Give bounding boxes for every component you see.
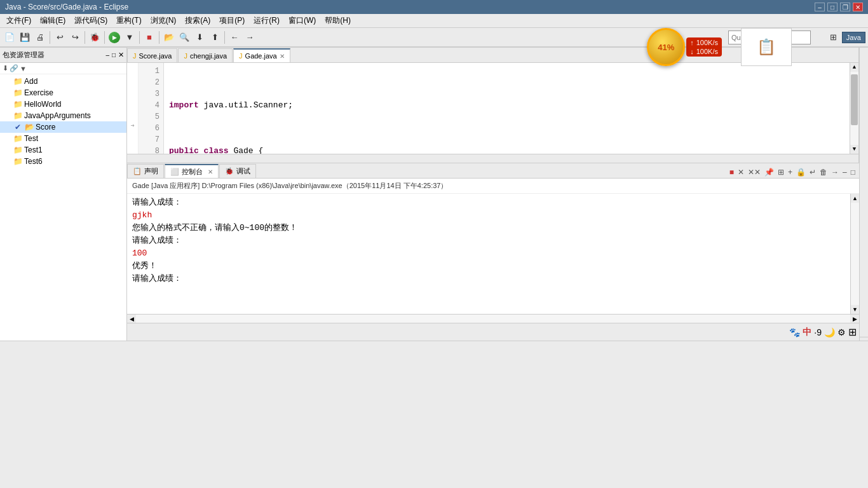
ime-icon-5[interactable]: ⚙: [837, 327, 846, 337]
tree-item-add[interactable]: 📁 Add: [0, 76, 126, 87]
maximize-button[interactable]: □: [827, 3, 837, 11]
tab-score-java[interactable]: J Score.java: [127, 48, 177, 62]
minimize-panel-btn[interactable]: –: [841, 166, 848, 178]
close-panel-icon[interactable]: ✕: [118, 51, 124, 59]
code-line-2: import java.util.Scanner;: [169, 100, 844, 111]
tree-item-score[interactable]: ✔ 📂 Score: [0, 121, 126, 133]
console-hscrollbar[interactable]: ◀ ▶: [127, 314, 859, 323]
goto-line-button[interactable]: →: [830, 166, 840, 178]
pkg-menu-icon[interactable]: ▼: [20, 65, 27, 72]
title-text: Java - Score/src/Gade.java - Eclipse: [5, 3, 128, 11]
gutter-8: [127, 143, 138, 154]
menu-help[interactable]: 帮助(H): [321, 14, 355, 27]
stop-button[interactable]: ■: [142, 30, 156, 44]
title-bar: Java - Score/src/Gade.java - Eclipse – □…: [0, 0, 868, 14]
tree-item-test6[interactable]: 📁 Test6: [0, 156, 126, 167]
menu-window[interactable]: 窗口(W): [285, 14, 320, 27]
upload-arrow: ↑: [690, 39, 694, 46]
search-button[interactable]: 🔍: [177, 30, 191, 44]
open-console-button[interactable]: ⊞: [776, 166, 785, 178]
undo-button[interactable]: ↩: [53, 30, 67, 44]
vscroll-down-btn[interactable]: ▼: [850, 145, 858, 154]
menu-source[interactable]: 源代码(S): [71, 14, 111, 27]
minimize-button[interactable]: –: [815, 3, 825, 11]
tree-item-javaapp[interactable]: 📁 JavaAppArguments: [0, 110, 126, 121]
back-button[interactable]: ←: [227, 30, 241, 44]
maximize-panel-btn[interactable]: □: [850, 166, 857, 178]
run-button[interactable]: ▶: [107, 30, 121, 44]
java-perspective-button[interactable]: Java: [842, 32, 865, 43]
tree-item-exercise[interactable]: 📁 Exercise: [0, 87, 126, 98]
link-editor-icon[interactable]: 🔗: [10, 64, 18, 72]
ime-icon-2[interactable]: 中: [803, 327, 811, 338]
console-scroll-down[interactable]: ▼: [851, 305, 859, 314]
console-output[interactable]: 请输入成绩： gjkh 您输入的格式不正确，请输入0~100的整数！ 请输入成绩…: [127, 194, 850, 314]
clear-console-button[interactable]: 🗑: [818, 166, 829, 178]
scroll-lock-button[interactable]: 🔒: [795, 166, 807, 178]
bottom-tabs: 📋 声明 ⬜ 控制台 ✕ 🐞 调试 ■ ✕ ✕✕ 📌: [127, 163, 859, 179]
menu-project[interactable]: 项目(P): [215, 14, 248, 27]
menu-refactor[interactable]: 重构(T): [112, 14, 145, 27]
hscroll-right[interactable]: ▶: [850, 315, 859, 323]
menu-edit[interactable]: 编辑(E): [36, 14, 69, 27]
cpu-percent: 41%: [658, 43, 674, 52]
console-vscrollbar[interactable]: ▲ ▼: [850, 194, 859, 314]
run-dropdown[interactable]: ▼: [123, 30, 137, 44]
menu-run[interactable]: 运行(R): [250, 14, 283, 27]
prev-annotation[interactable]: ⬆: [208, 30, 222, 44]
new-console-button[interactable]: +: [787, 166, 794, 178]
ime-icon-1[interactable]: 🐾: [789, 327, 800, 337]
ime-icon-6[interactable]: ⊞: [848, 326, 857, 338]
new-button[interactable]: 📄: [3, 30, 17, 44]
hscroll-left[interactable]: ◀: [127, 315, 136, 323]
package-toolbar: ⬇ 🔗 ▼: [0, 63, 126, 74]
menu-file[interactable]: 文件(F): [3, 14, 35, 27]
ime-icon-4[interactable]: 🌙: [824, 327, 835, 337]
menu-navigate[interactable]: 浏览(N): [147, 14, 180, 27]
tab-close-button[interactable]: ✕: [280, 53, 285, 60]
terminate-button[interactable]: ■: [728, 166, 735, 178]
pin-console-button[interactable]: 📌: [763, 166, 775, 178]
collapse-all-icon[interactable]: ⬇: [3, 64, 8, 72]
tab-declaration-label: 声明: [144, 166, 158, 176]
remove-launch-button[interactable]: ✕: [736, 166, 745, 178]
bottom-status-icons: 🐾 中 ·9 🌙 ⚙ ⊞: [127, 323, 859, 341]
tab-debug[interactable]: 🐞 调试: [219, 164, 256, 178]
tab-chengji-java[interactable]: J chengji.java: [178, 48, 233, 62]
code-content[interactable]: import java.util.Scanner; public class G…: [164, 63, 850, 154]
editor-vscrollbar[interactable]: ▲ ▼: [850, 63, 858, 154]
tree-item-test1[interactable]: 📁 Test1: [0, 144, 126, 156]
redo-button[interactable]: ↪: [68, 30, 82, 44]
tab-gade-java[interactable]: J Gade.java ✕: [233, 48, 290, 62]
close-button[interactable]: ✕: [853, 3, 863, 11]
tree-item-helloworld[interactable]: 📁 HelloWorld: [0, 98, 126, 110]
console-toolbar-right: ■ ✕ ✕✕ 📌 ⊞ + 🔒 ↵ 🗑 → – □: [728, 166, 859, 178]
tab-declaration[interactable]: 📋 声明: [127, 164, 164, 178]
ime-icon-3[interactable]: ·9: [814, 327, 822, 337]
remove-all-button[interactable]: ✕✕: [747, 166, 762, 178]
debug-button[interactable]: 🐞: [88, 30, 102, 44]
maximize-panel-icon[interactable]: □: [112, 51, 116, 58]
forward-button[interactable]: →: [243, 30, 257, 44]
minimize-panel-icon[interactable]: –: [105, 51, 109, 58]
tab-label-score: Score.java: [139, 52, 172, 60]
gutter-7: [127, 132, 138, 143]
toolbar: 📄 💾 🖨 ↩ ↪ 🐞 ▶ ▼ ■ 📂 🔍 ⬇ ⬆ ← → ⊞ Java: [0, 28, 868, 47]
save-button[interactable]: 💾: [18, 30, 32, 44]
open-type-button[interactable]: 📂: [162, 30, 176, 44]
menu-search[interactable]: 搜索(A): [181, 14, 214, 27]
word-wrap-button[interactable]: ↵: [808, 166, 817, 178]
perspectives-button[interactable]: ⊞: [827, 30, 841, 44]
tab-label-chengji: chengji.java: [190, 52, 227, 60]
tree-item-test[interactable]: 📁 Test: [0, 133, 126, 144]
tab-console[interactable]: ⬜ 控制台 ✕: [165, 164, 219, 178]
console-tab-close[interactable]: ✕: [208, 168, 213, 175]
project-folder-icon: 📂: [24, 123, 34, 132]
vscroll-up-btn[interactable]: ▲: [850, 63, 858, 72]
vscroll-thumb[interactable]: [851, 74, 858, 125]
editor-hscrollbar[interactable]: [127, 154, 858, 163]
console-scroll-up[interactable]: ▲: [851, 194, 859, 203]
restore-button[interactable]: ❐: [840, 3, 850, 11]
next-annotation[interactable]: ⬇: [193, 30, 207, 44]
print-button[interactable]: 🖨: [33, 30, 47, 44]
